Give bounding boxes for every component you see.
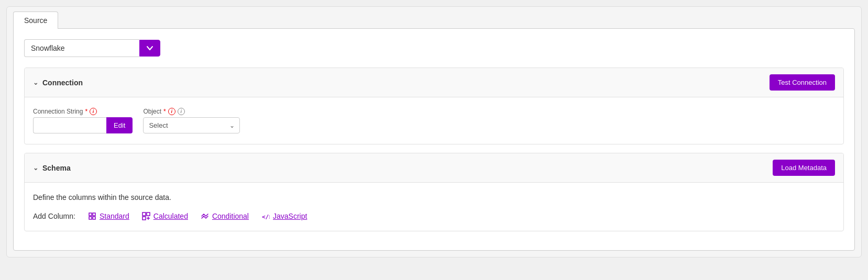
schema-section-body: Define the columns within the source dat… — [25, 183, 843, 231]
schema-section-title-area: ⌄ Schema — [33, 164, 71, 172]
add-column-row: Add Column: Standard — [33, 212, 835, 220]
object-info-icon-gray: i — [178, 108, 185, 115]
main-panel: ⌄ Connection Test Connection Connection … — [13, 28, 855, 251]
svg-rect-1 — [93, 213, 95, 216]
schema-section-header: ⌄ Schema Load Metadata — [25, 153, 843, 183]
test-connection-button[interactable]: Test Connection — [770, 74, 835, 91]
chevron-down-icon — [146, 44, 153, 52]
svg-rect-4 — [142, 212, 146, 216]
standard-link-label: Standard — [100, 212, 129, 220]
source-selector — [24, 39, 844, 57]
add-column-conditional-link[interactable]: Conditional — [201, 212, 249, 220]
add-column-standard-link[interactable]: Standard — [88, 212, 129, 220]
svg-rect-5 — [147, 212, 150, 216]
source-input[interactable] — [24, 39, 139, 57]
svg-rect-0 — [89, 213, 92, 216]
conditional-column-icon — [201, 212, 209, 220]
object-info-icon-red: i — [168, 108, 175, 115]
add-column-calculated-link[interactable]: Calculated — [142, 212, 188, 220]
object-field-group: Object * i i Select ⌄ — [143, 108, 240, 133]
connection-string-label: Connection String * i — [33, 108, 133, 115]
calculated-link-label: Calculated — [153, 212, 188, 220]
page-container: Source ⌄ Connection Test Connection — [6, 6, 862, 257]
add-column-label: Add Column: — [33, 212, 75, 220]
connection-string-info-icon: i — [90, 108, 97, 115]
connection-string-input[interactable] — [33, 117, 106, 133]
tab-header: Source — [7, 7, 861, 28]
schema-section-title: Schema — [42, 164, 71, 172]
svg-rect-3 — [93, 217, 95, 219]
schema-section: ⌄ Schema Load Metadata Define the column… — [24, 153, 844, 231]
connection-fields: Connection String * i Edit Object — [33, 108, 835, 133]
edit-button[interactable]: Edit — [106, 117, 133, 133]
object-select[interactable]: Select — [143, 117, 240, 133]
schema-chevron-icon[interactable]: ⌄ — [33, 164, 38, 172]
connection-section-title-area: ⌄ Connection — [33, 79, 83, 87]
conditional-link-label: Conditional — [212, 212, 249, 220]
connection-section: ⌄ Connection Test Connection Connection … — [24, 68, 844, 144]
calculated-column-icon — [142, 212, 150, 220]
schema-description: Define the columns within the source dat… — [33, 193, 835, 201]
object-label: Object * i i — [143, 108, 240, 115]
connection-string-field-group: Connection String * i Edit — [33, 108, 133, 133]
connection-section-header: ⌄ Connection Test Connection — [25, 68, 843, 97]
connection-section-title: Connection — [42, 79, 83, 87]
source-tab[interactable]: Source — [13, 12, 58, 29]
object-required: * — [163, 108, 166, 115]
object-select-wrapper: Select ⌄ — [143, 117, 240, 133]
svg-rect-6 — [142, 217, 146, 220]
javascript-link-label: JavaScript — [273, 212, 307, 220]
load-metadata-button[interactable]: Load Metadata — [773, 160, 835, 176]
connection-section-body: Connection String * i Edit Object — [25, 97, 843, 144]
connection-string-wrapper: Edit — [33, 117, 133, 133]
connection-string-required: * — [85, 108, 87, 115]
svg-rect-2 — [89, 217, 92, 219]
add-column-javascript-link[interactable]: </> JavaScript — [261, 212, 307, 220]
source-dropdown-button[interactable] — [139, 40, 160, 57]
connection-chevron-icon[interactable]: ⌄ — [33, 79, 38, 86]
svg-text:</>: </> — [262, 214, 270, 220]
javascript-column-icon: </> — [261, 212, 270, 220]
standard-column-icon — [88, 212, 96, 220]
